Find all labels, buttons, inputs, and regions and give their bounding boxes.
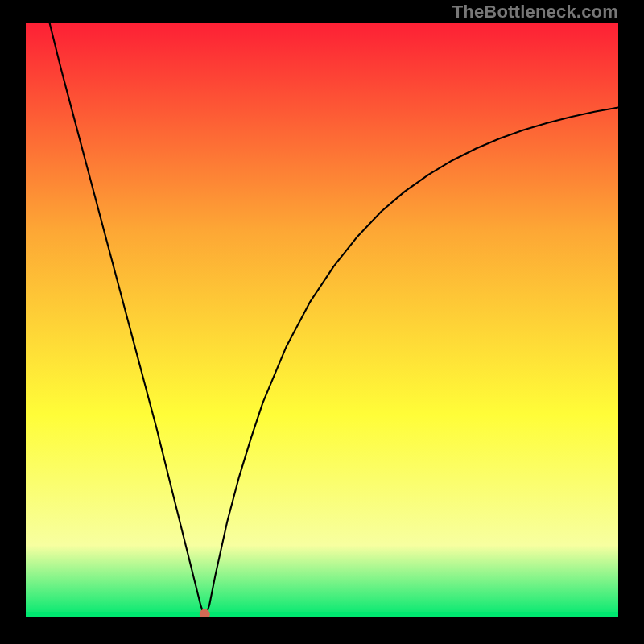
plot-area bbox=[26, 23, 618, 617]
watermark-text: TheBottleneck.com bbox=[452, 2, 618, 23]
chart-svg bbox=[26, 23, 618, 617]
bottom-green-strip bbox=[26, 612, 618, 617]
gradient-background bbox=[26, 23, 618, 617]
chart-frame: TheBottleneck.com bbox=[0, 0, 644, 644]
